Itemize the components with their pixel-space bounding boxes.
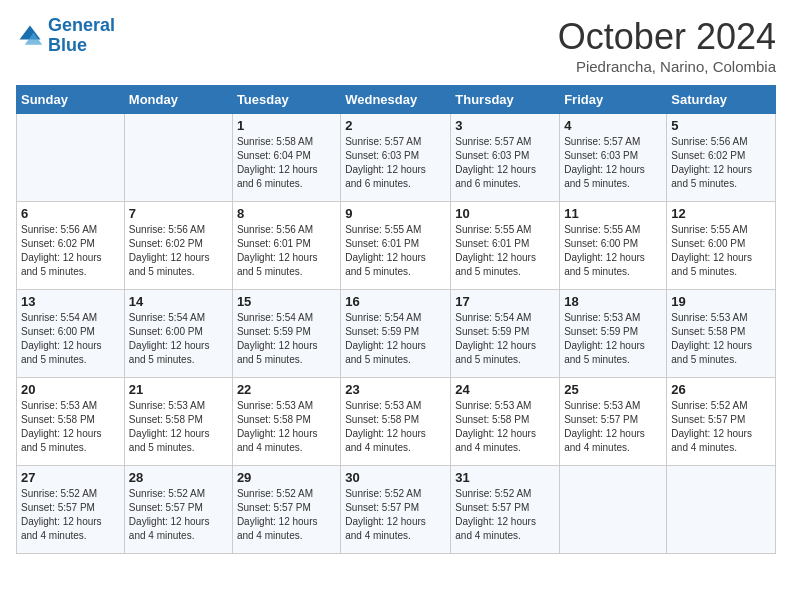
day-number: 22 xyxy=(237,382,336,397)
day-detail: Sunrise: 5:55 AM Sunset: 6:00 PM Dayligh… xyxy=(671,223,771,279)
day-detail: Sunrise: 5:57 AM Sunset: 6:03 PM Dayligh… xyxy=(345,135,446,191)
weekday-header-thursday: Thursday xyxy=(451,86,560,114)
logo: General Blue xyxy=(16,16,115,56)
day-number: 30 xyxy=(345,470,446,485)
calendar-day-cell: 13Sunrise: 5:54 AM Sunset: 6:00 PM Dayli… xyxy=(17,290,125,378)
day-detail: Sunrise: 5:53 AM Sunset: 5:58 PM Dayligh… xyxy=(21,399,120,455)
calendar-day-cell: 7Sunrise: 5:56 AM Sunset: 6:02 PM Daylig… xyxy=(124,202,232,290)
day-detail: Sunrise: 5:52 AM Sunset: 5:57 PM Dayligh… xyxy=(345,487,446,543)
calendar-day-cell: 29Sunrise: 5:52 AM Sunset: 5:57 PM Dayli… xyxy=(232,466,340,554)
day-detail: Sunrise: 5:53 AM Sunset: 5:58 PM Dayligh… xyxy=(237,399,336,455)
logo-blue: Blue xyxy=(48,35,87,55)
page-header: General Blue October 2024 Piedrancha, Na… xyxy=(16,16,776,75)
calendar-day-cell: 26Sunrise: 5:52 AM Sunset: 5:57 PM Dayli… xyxy=(667,378,776,466)
day-number: 4 xyxy=(564,118,662,133)
day-detail: Sunrise: 5:52 AM Sunset: 5:57 PM Dayligh… xyxy=(21,487,120,543)
day-number: 13 xyxy=(21,294,120,309)
day-detail: Sunrise: 5:53 AM Sunset: 5:57 PM Dayligh… xyxy=(564,399,662,455)
day-detail: Sunrise: 5:55 AM Sunset: 6:01 PM Dayligh… xyxy=(345,223,446,279)
logo-general: General xyxy=(48,15,115,35)
day-number: 7 xyxy=(129,206,228,221)
calendar-day-cell: 30Sunrise: 5:52 AM Sunset: 5:57 PM Dayli… xyxy=(341,466,451,554)
calendar-day-cell: 31Sunrise: 5:52 AM Sunset: 5:57 PM Dayli… xyxy=(451,466,560,554)
day-detail: Sunrise: 5:53 AM Sunset: 5:58 PM Dayligh… xyxy=(345,399,446,455)
calendar-day-cell: 27Sunrise: 5:52 AM Sunset: 5:57 PM Dayli… xyxy=(17,466,125,554)
calendar-day-cell: 4Sunrise: 5:57 AM Sunset: 6:03 PM Daylig… xyxy=(560,114,667,202)
day-detail: Sunrise: 5:54 AM Sunset: 6:00 PM Dayligh… xyxy=(21,311,120,367)
location-subtitle: Piedrancha, Narino, Colombia xyxy=(558,58,776,75)
weekday-header-monday: Monday xyxy=(124,86,232,114)
day-number: 5 xyxy=(671,118,771,133)
weekday-header-wednesday: Wednesday xyxy=(341,86,451,114)
weekday-header-friday: Friday xyxy=(560,86,667,114)
calendar-day-cell: 23Sunrise: 5:53 AM Sunset: 5:58 PM Dayli… xyxy=(341,378,451,466)
day-detail: Sunrise: 5:56 AM Sunset: 6:02 PM Dayligh… xyxy=(21,223,120,279)
calendar-day-cell: 1Sunrise: 5:58 AM Sunset: 6:04 PM Daylig… xyxy=(232,114,340,202)
calendar-empty-cell xyxy=(124,114,232,202)
day-detail: Sunrise: 5:53 AM Sunset: 5:58 PM Dayligh… xyxy=(129,399,228,455)
day-detail: Sunrise: 5:57 AM Sunset: 6:03 PM Dayligh… xyxy=(455,135,555,191)
day-detail: Sunrise: 5:52 AM Sunset: 5:57 PM Dayligh… xyxy=(237,487,336,543)
calendar-empty-cell xyxy=(17,114,125,202)
calendar-day-cell: 25Sunrise: 5:53 AM Sunset: 5:57 PM Dayli… xyxy=(560,378,667,466)
day-detail: Sunrise: 5:53 AM Sunset: 5:59 PM Dayligh… xyxy=(564,311,662,367)
day-number: 6 xyxy=(21,206,120,221)
calendar-day-cell: 20Sunrise: 5:53 AM Sunset: 5:58 PM Dayli… xyxy=(17,378,125,466)
weekday-header-row: SundayMondayTuesdayWednesdayThursdayFrid… xyxy=(17,86,776,114)
day-number: 29 xyxy=(237,470,336,485)
day-detail: Sunrise: 5:53 AM Sunset: 5:58 PM Dayligh… xyxy=(455,399,555,455)
day-number: 14 xyxy=(129,294,228,309)
day-number: 27 xyxy=(21,470,120,485)
day-number: 1 xyxy=(237,118,336,133)
day-number: 11 xyxy=(564,206,662,221)
calendar-day-cell: 21Sunrise: 5:53 AM Sunset: 5:58 PM Dayli… xyxy=(124,378,232,466)
weekday-header-tuesday: Tuesday xyxy=(232,86,340,114)
day-detail: Sunrise: 5:52 AM Sunset: 5:57 PM Dayligh… xyxy=(129,487,228,543)
day-number: 19 xyxy=(671,294,771,309)
calendar-week-row: 20Sunrise: 5:53 AM Sunset: 5:58 PM Dayli… xyxy=(17,378,776,466)
calendar-empty-cell xyxy=(667,466,776,554)
day-number: 28 xyxy=(129,470,228,485)
calendar-day-cell: 11Sunrise: 5:55 AM Sunset: 6:00 PM Dayli… xyxy=(560,202,667,290)
logo-text: General Blue xyxy=(48,16,115,56)
calendar-day-cell: 5Sunrise: 5:56 AM Sunset: 6:02 PM Daylig… xyxy=(667,114,776,202)
day-number: 12 xyxy=(671,206,771,221)
calendar-week-row: 6Sunrise: 5:56 AM Sunset: 6:02 PM Daylig… xyxy=(17,202,776,290)
logo-icon xyxy=(16,22,44,50)
calendar-day-cell: 8Sunrise: 5:56 AM Sunset: 6:01 PM Daylig… xyxy=(232,202,340,290)
day-detail: Sunrise: 5:53 AM Sunset: 5:58 PM Dayligh… xyxy=(671,311,771,367)
weekday-header-sunday: Sunday xyxy=(17,86,125,114)
day-detail: Sunrise: 5:54 AM Sunset: 6:00 PM Dayligh… xyxy=(129,311,228,367)
weekday-header-saturday: Saturday xyxy=(667,86,776,114)
calendar-day-cell: 24Sunrise: 5:53 AM Sunset: 5:58 PM Dayli… xyxy=(451,378,560,466)
calendar-day-cell: 6Sunrise: 5:56 AM Sunset: 6:02 PM Daylig… xyxy=(17,202,125,290)
day-number: 31 xyxy=(455,470,555,485)
calendar-empty-cell xyxy=(560,466,667,554)
calendar-day-cell: 2Sunrise: 5:57 AM Sunset: 6:03 PM Daylig… xyxy=(341,114,451,202)
calendar-day-cell: 3Sunrise: 5:57 AM Sunset: 6:03 PM Daylig… xyxy=(451,114,560,202)
day-number: 16 xyxy=(345,294,446,309)
day-number: 18 xyxy=(564,294,662,309)
title-area: October 2024 Piedrancha, Narino, Colombi… xyxy=(558,16,776,75)
day-number: 15 xyxy=(237,294,336,309)
day-number: 24 xyxy=(455,382,555,397)
day-number: 21 xyxy=(129,382,228,397)
day-detail: Sunrise: 5:54 AM Sunset: 5:59 PM Dayligh… xyxy=(237,311,336,367)
calendar-day-cell: 15Sunrise: 5:54 AM Sunset: 5:59 PM Dayli… xyxy=(232,290,340,378)
day-number: 9 xyxy=(345,206,446,221)
day-number: 23 xyxy=(345,382,446,397)
day-detail: Sunrise: 5:56 AM Sunset: 6:02 PM Dayligh… xyxy=(671,135,771,191)
calendar-day-cell: 28Sunrise: 5:52 AM Sunset: 5:57 PM Dayli… xyxy=(124,466,232,554)
day-detail: Sunrise: 5:52 AM Sunset: 5:57 PM Dayligh… xyxy=(455,487,555,543)
calendar-week-row: 13Sunrise: 5:54 AM Sunset: 6:00 PM Dayli… xyxy=(17,290,776,378)
calendar-day-cell: 16Sunrise: 5:54 AM Sunset: 5:59 PM Dayli… xyxy=(341,290,451,378)
calendar-week-row: 27Sunrise: 5:52 AM Sunset: 5:57 PM Dayli… xyxy=(17,466,776,554)
day-number: 10 xyxy=(455,206,555,221)
day-detail: Sunrise: 5:56 AM Sunset: 6:01 PM Dayligh… xyxy=(237,223,336,279)
day-detail: Sunrise: 5:54 AM Sunset: 5:59 PM Dayligh… xyxy=(345,311,446,367)
day-detail: Sunrise: 5:55 AM Sunset: 6:00 PM Dayligh… xyxy=(564,223,662,279)
calendar-day-cell: 10Sunrise: 5:55 AM Sunset: 6:01 PM Dayli… xyxy=(451,202,560,290)
calendar-day-cell: 9Sunrise: 5:55 AM Sunset: 6:01 PM Daylig… xyxy=(341,202,451,290)
day-detail: Sunrise: 5:58 AM Sunset: 6:04 PM Dayligh… xyxy=(237,135,336,191)
calendar-table: SundayMondayTuesdayWednesdayThursdayFrid… xyxy=(16,85,776,554)
